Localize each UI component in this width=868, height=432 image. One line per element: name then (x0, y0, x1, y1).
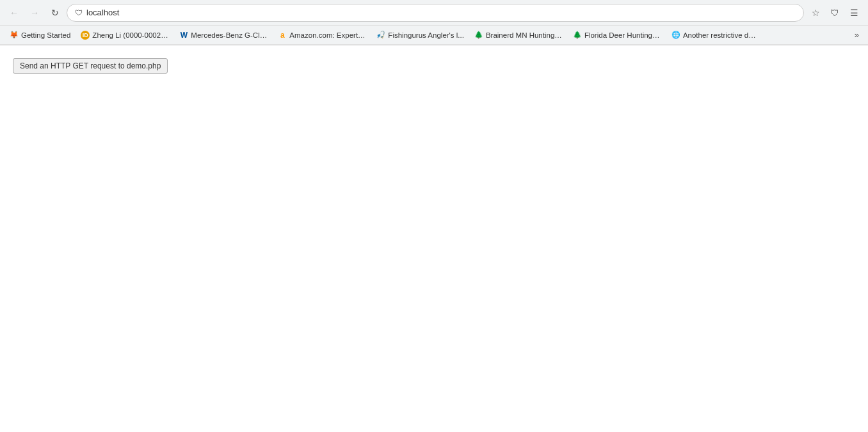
bookmarks-bar: 🦊 Getting Started ID Zheng Li (0000-0002… (0, 26, 868, 45)
bookmark-label-mercedes: Mercedes-Benz G-Clas... (191, 31, 268, 39)
address-text: localhost (86, 8, 796, 17)
bookmark-favicon-mercedes: W (179, 31, 188, 40)
menu-button[interactable]: ☰ (845, 4, 863, 22)
bookmark-favicon-fishingurus: 🎣 (376, 31, 385, 40)
bookmark-item-florida-deer[interactable]: 🌲 Florida Deer Hunting S... (568, 29, 666, 42)
reload-icon: ↻ (51, 8, 59, 18)
bookmark-label-brainerd: Brainerd MN Hunting ... (486, 31, 563, 39)
back-button[interactable]: ← (5, 4, 23, 22)
back-icon: ← (10, 8, 19, 18)
star-icon: ☆ (812, 8, 820, 18)
pocket-icon: 🛡 (830, 8, 839, 18)
chevron-right-icon: » (855, 30, 859, 40)
bookmark-item-getting-started[interactable]: 🦊 Getting Started (5, 29, 75, 42)
bookmark-item-amazon[interactable]: a Amazon.com: ExpertP... (273, 29, 371, 42)
send-http-get-button[interactable]: Send an HTTP GET request to demo.php (13, 58, 168, 74)
forward-button[interactable]: → (26, 4, 44, 22)
bookmark-favicon-amazon: a (278, 31, 287, 40)
bookmark-label-zheng-li: Zheng Li (0000-0002-3... (92, 31, 169, 39)
bookmark-favicon-florida-deer: 🌲 (573, 31, 582, 40)
reload-button[interactable]: ↻ (46, 4, 64, 22)
bookmark-label-florida-deer: Florida Deer Hunting S... (584, 31, 661, 39)
bookmarks-more-button[interactable]: » (851, 28, 863, 42)
bookmark-label-fishingurus: Fishingurus Angler's l... (388, 31, 464, 39)
nav-bar: ← → ↻ 🛡 localhost ☆ 🛡 ☰ (0, 0, 868, 26)
bookmark-star-button[interactable]: ☆ (807, 4, 824, 22)
bookmark-favicon-brainerd: 🌲 (474, 31, 483, 40)
bookmark-favicon-getting-started: 🦊 (10, 31, 19, 40)
bookmark-label-getting-started: Getting Started (21, 31, 70, 39)
bookmark-item-mercedes[interactable]: W Mercedes-Benz G-Clas... (175, 29, 272, 42)
pocket-button[interactable]: 🛡 (826, 4, 844, 22)
bookmark-favicon-another-restrictive: 🌐 (671, 31, 680, 40)
bookmark-item-brainerd[interactable]: 🌲 Brainerd MN Hunting ... (470, 29, 567, 42)
toolbar-actions: ☆ 🛡 ☰ (807, 4, 863, 22)
forward-icon: → (30, 8, 39, 18)
bookmark-item-another-restrictive[interactable]: 🌐 Another restrictive dee... (667, 29, 764, 42)
security-icon: 🛡 (75, 8, 83, 17)
browser-chrome: ← → ↻ 🛡 localhost ☆ 🛡 ☰ 🦊 Getting (0, 0, 868, 45)
hamburger-icon: ☰ (850, 8, 858, 18)
page-content: Send an HTTP GET request to demo.php (0, 45, 868, 417)
bookmark-favicon-zheng-li: ID (81, 31, 90, 40)
bookmark-label-amazon: Amazon.com: ExpertP... (289, 31, 366, 39)
address-bar[interactable]: 🛡 localhost (67, 4, 804, 22)
bookmark-item-fishingurus[interactable]: 🎣 Fishingurus Angler's l... (372, 29, 469, 42)
bookmark-label-another-restrictive: Another restrictive dee... (683, 31, 760, 39)
bookmark-item-zheng-li[interactable]: ID Zheng Li (0000-0002-3... (76, 29, 173, 42)
